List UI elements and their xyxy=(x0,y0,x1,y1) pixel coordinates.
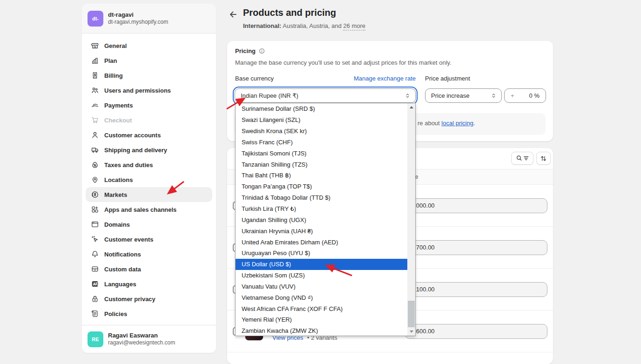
currency-option-label: Swedish Krona (SEK kr) xyxy=(242,128,307,135)
browser-window-icon xyxy=(90,220,100,229)
sidebar-item-general[interactable]: General xyxy=(86,38,212,53)
adjustment-type-value: Price increase xyxy=(431,92,469,99)
currency-option[interactable]: Zambian Kwacha (ZMW ZK) xyxy=(236,325,407,336)
sidebar-item-label: Checkout xyxy=(104,117,132,124)
currency-option[interactable]: Thai Baht (THB ฿) xyxy=(236,170,407,181)
market-list: Australia, Austria, and xyxy=(283,22,341,29)
sidebar-item-domains[interactable]: Domains xyxy=(86,217,212,232)
currency-option-label: Uzbekistani Som (UZS) xyxy=(242,272,305,279)
sidebar-item-customer-events[interactable]: Customer events xyxy=(86,232,212,247)
currency-option-label: Yemeni Rial (YER) xyxy=(242,316,292,323)
currency-option-label: Thai Baht (THB ฿) xyxy=(242,172,291,179)
user-avatar: RE xyxy=(88,331,103,347)
sidebar-item-markets[interactable]: Markets xyxy=(86,187,212,202)
sidebar-item-locations[interactable]: Locations xyxy=(86,172,212,187)
scroll-down-arrow-icon[interactable] xyxy=(407,328,415,336)
sidebar-item-checkout[interactable]: Checkout xyxy=(86,113,212,128)
price-input[interactable]: 7,100.00 xyxy=(405,282,547,297)
currency-option[interactable]: Ugandan Shilling (UGX) xyxy=(236,214,407,225)
currency-option[interactable]: Uruguayan Peso (UYU $) xyxy=(236,248,407,259)
search-filter-icon xyxy=(515,154,530,162)
base-currency-value: Indian Rupee (INR ₹) xyxy=(241,92,298,99)
scroll-up-arrow-icon[interactable] xyxy=(407,103,415,111)
sidebar-item-users-and-permissions[interactable]: Users and permissions xyxy=(86,83,212,98)
currency-option[interactable]: Uzbekistani Som (UZS) xyxy=(236,270,407,281)
sort-button[interactable] xyxy=(536,152,551,165)
base-currency-select[interactable]: Indian Rupee (INR ₹) xyxy=(235,88,416,103)
dropdown-scrollbar xyxy=(407,103,415,336)
currency-option[interactable]: Swazi Lilangeni (SZL) xyxy=(236,115,407,126)
adjustment-type-select[interactable]: Price increase xyxy=(425,88,502,103)
currency-option-label: United Arab Emirates Dirham (AED) xyxy=(242,239,338,246)
search-filter-button[interactable] xyxy=(511,152,533,165)
back-arrow-icon xyxy=(229,10,238,19)
currency-option[interactable]: Tongan Pa’anga (TOP T$) xyxy=(236,181,407,192)
scrollbar-thumb[interactable] xyxy=(408,301,415,327)
currency-option[interactable]: Ukrainian Hryvnia (UAH ₴) xyxy=(236,225,407,236)
sidebar-item-label: Customer events xyxy=(104,236,153,243)
currency-dropdown: Surinamese Dollar (SRD $) Swazi Lilangen… xyxy=(235,103,416,336)
sidebar-item-label: Domains xyxy=(104,221,130,228)
info-icon[interactable] xyxy=(258,47,265,54)
currency-option-label: West African CFA Franc (XOF F CFA) xyxy=(242,305,343,312)
payments-icon xyxy=(90,101,100,110)
currency-option[interactable]: Trinidad & Tobago Dollar (TTD $) xyxy=(236,192,407,203)
sidebar-item-billing[interactable]: Billing xyxy=(86,68,212,83)
local-pricing-link[interactable]: local pricing xyxy=(441,120,473,127)
page-subtitle: International: Australia, Austria, and 2… xyxy=(243,22,365,29)
price-input[interactable]: 1,000.00 xyxy=(405,198,547,213)
currency-option[interactable]: Yemeni Rial (YER) xyxy=(236,314,407,325)
currency-option-label: Ukrainian Hryvnia (UAH ₴) xyxy=(242,228,313,235)
sidebar-item-label: Policies xyxy=(104,310,127,317)
store-domain: dt-ragavi.myshopify.com xyxy=(108,19,168,26)
sidebar-item-customer-accounts[interactable]: Customer accounts xyxy=(86,128,212,142)
currency-option[interactable]: Tanzanian Shilling (TZS) xyxy=(236,159,407,170)
sidebar-item-shipping-and-delivery[interactable]: Shipping and delivery xyxy=(86,142,212,157)
more-markets-link[interactable]: 26 more xyxy=(343,22,365,31)
currency-option[interactable]: Tajikistani Somoni (TJS) xyxy=(236,148,407,159)
currency-option-label: Swiss Franc (CHF) xyxy=(242,139,293,146)
currency-option[interactable]: Swedish Krona (SEK kr) xyxy=(236,126,407,137)
currency-option[interactable]: Turkish Lira (TRY ₺) xyxy=(236,203,407,215)
sidebar-item-label: Notifications xyxy=(104,251,141,258)
sidebar-item-apps-and-sales-channels[interactable]: Apps and sales channels xyxy=(86,202,212,217)
currency-option-label: Trinidad & Tobago Dollar (TTD $) xyxy=(242,194,331,201)
price-input[interactable]: 1,700.00 xyxy=(405,240,547,255)
plan-icon xyxy=(90,56,100,65)
sidebar-item-policies[interactable]: Policies xyxy=(86,306,212,321)
currency-option[interactable]: Vietnamese Dong (VND ₫) xyxy=(236,292,407,303)
sidebar-item-custom-data[interactable]: Custom data xyxy=(86,262,212,276)
bell-icon xyxy=(90,249,100,259)
sidebar-item-label: Shipping and delivery xyxy=(104,147,167,154)
sidebar-item-taxes-and-duties[interactable]: Taxes and duties xyxy=(86,157,212,172)
adjustment-percent-input[interactable]: + 0 % xyxy=(504,88,546,103)
currency-option[interactable]: Vanuatu Vatu (VUV) xyxy=(236,281,407,292)
sidebar-item-label: Languages xyxy=(104,281,136,288)
currency-option[interactable]: Swiss Franc (CHF) xyxy=(236,137,407,148)
sidebar-item-languages[interactable]: Languages xyxy=(86,276,212,291)
sidebar-item-plan[interactable]: Plan xyxy=(86,53,212,68)
location-pin-icon xyxy=(90,175,100,184)
sidebar-item-notifications[interactable]: Notifications xyxy=(86,247,212,262)
sidebar-item-payments[interactable]: Payments xyxy=(86,98,212,113)
price-input[interactable]: 6,600.00 xyxy=(405,324,547,339)
market-label: International: xyxy=(243,22,281,29)
currency-option-label: Tanzanian Shilling (TZS) xyxy=(242,161,308,168)
sidebar-item-label: Billing xyxy=(104,72,123,79)
currency-option[interactable]: United Arab Emirates Dirham (AED) xyxy=(236,236,407,248)
sidebar-item-label: Users and permissions xyxy=(104,87,171,94)
currency-options-list: Surinamese Dollar (SRD $) Swazi Lilangen… xyxy=(236,103,407,336)
store-switcher: dt- dt-ragavi dt-ragavi.myshopify.com xyxy=(82,4,216,34)
sort-arrows-icon xyxy=(540,155,547,162)
sidebar-item-customer-privacy[interactable]: Customer privacy xyxy=(86,291,212,306)
shopify-settings-page: dt- dt-ragavi dt-ragavi.myshopify.com Ge… xyxy=(0,0,641,364)
manage-exchange-rate-link[interactable]: Manage exchange rate xyxy=(354,75,416,82)
currency-option[interactable]: West African CFA Franc (XOF F CFA) xyxy=(236,303,407,314)
currency-option[interactable]: US Dollar (USD $) xyxy=(236,259,407,270)
back-button[interactable] xyxy=(228,9,239,20)
currency-option[interactable]: Surinamese Dollar (SRD $) xyxy=(236,103,407,115)
globe-currency-icon xyxy=(90,190,100,199)
policy-doc-icon xyxy=(90,309,100,318)
sidebar-item-label: Taxes and duties xyxy=(104,162,153,169)
users-icon xyxy=(90,86,100,95)
